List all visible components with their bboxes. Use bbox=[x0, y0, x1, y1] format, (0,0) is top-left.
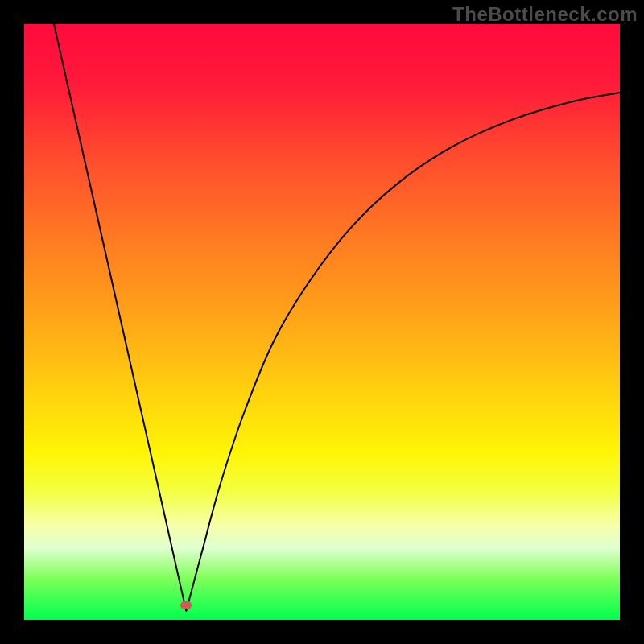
minimum-marker bbox=[180, 601, 192, 609]
chart-frame: TheBottleneck.com bbox=[0, 0, 644, 644]
bottleneck-curve bbox=[24, 24, 620, 620]
watermark-text: TheBottleneck.com bbox=[452, 3, 638, 26]
plot-area bbox=[24, 24, 620, 620]
